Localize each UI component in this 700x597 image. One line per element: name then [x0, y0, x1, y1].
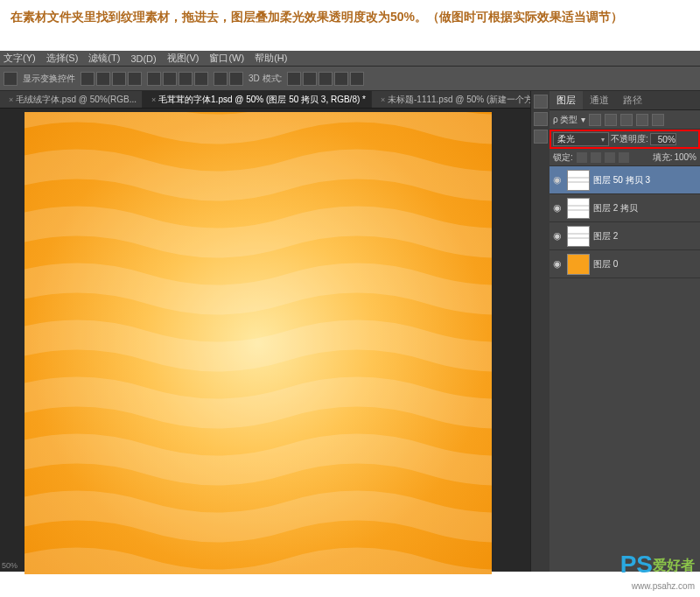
menu-window[interactable]: 窗口(W): [209, 52, 244, 65]
tab-close-icon[interactable]: ×: [9, 95, 13, 104]
collapsed-panel-strip: [530, 91, 550, 572]
layers-list: ◉ 图层 50 拷贝 3 ◉ 图层 2 拷贝 ◉ 图层 2 ◉ 图层 0: [550, 166, 700, 278]
fill-value[interactable]: 100%: [674, 152, 696, 162]
watermark: PS爱好者 www.psahz.com: [620, 549, 695, 592]
filter-type-label: ρ 类型: [553, 114, 578, 126]
layer-name[interactable]: 图层 2 拷贝: [593, 202, 638, 214]
tab-label: 毛茸茸的字体1.psd @ 50% (图层 50 拷贝 3, RGB/8) *: [158, 94, 366, 106]
menu-select[interactable]: 选择(S): [46, 52, 79, 65]
chevron-down-icon: ▾: [601, 136, 605, 144]
tab-channels[interactable]: 通道: [583, 91, 616, 109]
zoom-level: 50%: [2, 561, 18, 570]
filter-adjust-icon[interactable]: [605, 114, 617, 126]
align-icon[interactable]: [96, 72, 110, 86]
mode3d-icon[interactable]: [303, 72, 317, 86]
arrange-icon[interactable]: [229, 72, 243, 86]
distribute-icon[interactable]: [194, 72, 208, 86]
show-transform-label: 显示变换控件: [23, 73, 75, 85]
document-tabs: × 毛绒绒字体.psd @ 50%(RGB... × 毛茸茸的字体1.psd @…: [0, 91, 549, 109]
document-tab[interactable]: × 毛茸茸的字体1.psd @ 50% (图层 50 拷贝 3, RGB/8) …: [143, 91, 372, 108]
layer-name[interactable]: 图层 50 拷贝 3: [593, 174, 650, 186]
panel-icon[interactable]: [534, 112, 548, 126]
mode3d-icon[interactable]: [287, 72, 301, 86]
mode3d-icon[interactable]: [334, 72, 348, 86]
blend-mode-dropdown[interactable]: 柔光 ▾: [553, 132, 609, 146]
visibility-eye-icon[interactable]: ◉: [551, 202, 564, 214]
mode3d-label: 3D 模式:: [248, 73, 282, 85]
auto-select-icon[interactable]: [4, 72, 18, 86]
lock-pixels-icon[interactable]: [591, 152, 601, 163]
tab-paths[interactable]: 路径: [616, 91, 649, 109]
photoshop-app: 文字(Y) 选择(S) 滤镜(T) 3D(D) 视图(V) 窗口(W) 帮助(H…: [0, 51, 700, 572]
filter-pixel-icon[interactable]: [589, 114, 601, 126]
menu-text[interactable]: 文字(Y): [4, 52, 36, 65]
panel-icon[interactable]: [534, 130, 548, 144]
instruction-text: 在素材文件夹里找到纹理素材，拖进去，图层叠加柔光效果透明度改为50%。（做图时可…: [0, 0, 700, 32]
visibility-eye-icon[interactable]: ◉: [551, 230, 564, 242]
tab-close-icon[interactable]: ×: [381, 95, 385, 104]
lock-label: 锁定:: [553, 151, 573, 164]
visibility-eye-icon[interactable]: ◉: [551, 258, 564, 270]
document-area: × 毛绒绒字体.psd @ 50%(RGB... × 毛茸茸的字体1.psd @…: [0, 91, 549, 572]
menu-filter[interactable]: 滤镜(T): [88, 52, 120, 65]
filter-shape-icon[interactable]: [636, 114, 648, 126]
menu-bar: 文字(Y) 选择(S) 滤镜(T) 3D(D) 视图(V) 窗口(W) 帮助(H…: [0, 51, 700, 67]
layer-row[interactable]: ◉ 图层 0: [550, 250, 700, 278]
menu-view[interactable]: 视图(V): [167, 52, 200, 65]
right-panels: 图层 通道 路径 ρ 类型 ▾ 柔光 ▾ 不透明度: 锁定:: [549, 91, 700, 572]
layer-thumbnail[interactable]: [567, 170, 590, 191]
tab-label: 未标题-1111.psd @ 50% (新建一个方...: [388, 94, 541, 106]
canvas-viewport[interactable]: [0, 109, 549, 572]
mode3d-icon[interactable]: [318, 72, 332, 86]
layer-filter-row: ρ 类型 ▾: [550, 110, 700, 130]
canvas[interactable]: [24, 112, 492, 574]
options-bar: 显示变换控件 3D 模式:: [0, 67, 700, 91]
wave-texture: [24, 112, 492, 574]
lock-transparency-icon[interactable]: [577, 152, 587, 163]
menu-help[interactable]: 帮助(H): [255, 52, 287, 65]
fill-label: 填充:: [653, 151, 673, 164]
chevron-down-icon[interactable]: ▾: [581, 115, 585, 124]
align-icon[interactable]: [80, 72, 94, 86]
layer-thumbnail[interactable]: [567, 226, 590, 247]
blend-opacity-row: 柔光 ▾ 不透明度:: [550, 130, 700, 149]
layer-name[interactable]: 图层 0: [593, 258, 618, 270]
distribute-icon[interactable]: [147, 72, 161, 86]
visibility-eye-icon[interactable]: ◉: [551, 174, 564, 186]
layer-name[interactable]: 图层 2: [593, 230, 618, 242]
layer-thumbnail[interactable]: [567, 198, 590, 219]
opacity-input[interactable]: [650, 133, 676, 145]
watermark-logo: PS爱好者: [620, 549, 695, 580]
lock-position-icon[interactable]: [605, 152, 615, 163]
watermark-url: www.psahz.com: [620, 580, 695, 592]
distribute-icon[interactable]: [163, 72, 177, 86]
layer-row[interactable]: ◉ 图层 2 拷贝: [550, 194, 700, 222]
opacity-label: 不透明度:: [611, 133, 648, 145]
tab-close-icon[interactable]: ×: [151, 95, 156, 104]
lock-fill-row: 锁定: 填充: 100%: [550, 149, 700, 166]
menu-3d[interactable]: 3D(D): [130, 53, 156, 64]
tab-layers[interactable]: 图层: [550, 91, 583, 109]
document-tab[interactable]: × 毛绒绒字体.psd @ 50%(RGB...: [0, 91, 143, 108]
lock-all-icon[interactable]: [619, 152, 629, 163]
tab-label: 毛绒绒字体.psd @ 50%(RGB...: [16, 94, 136, 106]
document-tab[interactable]: × 未标题-1111.psd @ 50% (新建一个方...: [372, 91, 547, 108]
blend-mode-value: 柔光: [557, 133, 575, 145]
panel-tab-bar: 图层 通道 路径: [550, 91, 700, 110]
mode3d-icon[interactable]: [350, 72, 364, 86]
panel-icon[interactable]: [534, 95, 548, 109]
filter-smart-icon[interactable]: [652, 114, 664, 126]
align-icon[interactable]: [112, 72, 126, 86]
layer-row[interactable]: ◉ 图层 2: [550, 222, 700, 250]
distribute-icon[interactable]: [178, 72, 192, 86]
align-icon[interactable]: [128, 72, 142, 86]
filter-type-icon[interactable]: [620, 114, 633, 126]
arrange-icon[interactable]: [214, 72, 228, 86]
layer-thumbnail[interactable]: [567, 254, 590, 275]
layer-row[interactable]: ◉ 图层 50 拷贝 3: [550, 166, 700, 194]
